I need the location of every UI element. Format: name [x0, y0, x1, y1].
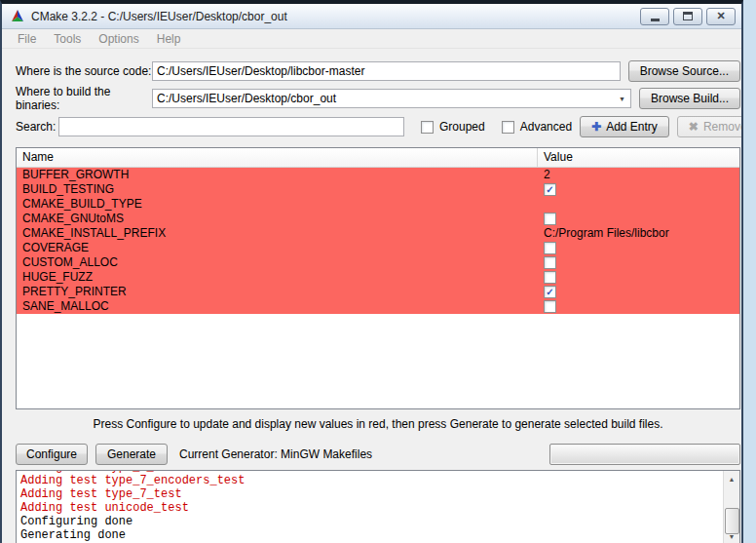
- table-header: Name Value: [17, 148, 739, 168]
- table-row[interactable]: BUILD_TESTING✓: [17, 182, 739, 197]
- cmake-logo-icon: [10, 9, 25, 24]
- source-row: Where is the source code: Browse Source.…: [16, 60, 740, 82]
- table-row[interactable]: PRETTY_PRINTER✓: [17, 285, 739, 299]
- table-row[interactable]: BUFFER_GROWTH2: [17, 168, 739, 182]
- build-path-combobox[interactable]: ▼: [152, 89, 631, 108]
- maximize-button[interactable]: [673, 8, 702, 25]
- column-header-name[interactable]: Name: [17, 148, 538, 167]
- advanced-label: Advanced: [520, 120, 572, 134]
- table-row[interactable]: SANE_MALLOC: [17, 299, 739, 314]
- cache-entry-name: CMAKE_GNUtoMS: [17, 212, 538, 226]
- log-line: Adding test type_7_encoders_test: [20, 474, 739, 487]
- unchecked-checkbox[interactable]: [544, 242, 556, 254]
- log-line: Generating done: [20, 528, 739, 542]
- cache-entry-name: BUFFER_GROWTH: [17, 168, 538, 182]
- browse-source-button[interactable]: Browse Source...: [628, 60, 740, 82]
- search-row: Search: Grouped Advanced ✚ Add Entry ✖ R…: [16, 116, 740, 137]
- cmake-window: CMake 3.2.2 - C:/Users/IEUser/Desktop/cb…: [0, 0, 743, 543]
- plus-icon: ✚: [591, 121, 601, 133]
- checked-checkbox[interactable]: ✓: [544, 286, 556, 298]
- close-icon: ✕: [716, 11, 725, 21]
- scrollbar-thumb[interactable]: [725, 508, 739, 534]
- checked-checkbox[interactable]: ✓: [544, 183, 556, 196]
- cache-entry-name: CMAKE_BUILD_TYPE: [17, 197, 538, 212]
- grouped-label: Grouped: [439, 120, 485, 134]
- search-label: Search:: [16, 120, 57, 134]
- close-button[interactable]: ✕: [706, 8, 736, 25]
- build-row: Where to build the binaries: ▼ Browse Bu…: [16, 88, 740, 109]
- x-icon: ✖: [689, 121, 699, 133]
- source-label: Where is the source code:: [16, 64, 152, 78]
- minimize-button[interactable]: [640, 8, 669, 25]
- log-line: Configuring done: [20, 515, 739, 528]
- cache-entry-value[interactable]: [538, 255, 739, 270]
- unchecked-checkbox[interactable]: [544, 256, 556, 269]
- table-row[interactable]: CMAKE_INSTALL_PREFIXC:/Program Files/lib…: [17, 226, 739, 241]
- search-input[interactable]: [58, 117, 404, 136]
- log-line: Adding test unicode_test: [20, 501, 739, 515]
- cache-entry-value[interactable]: C:/Program Files/libcbor: [538, 226, 739, 241]
- build-path-input[interactable]: [152, 89, 631, 108]
- main-content: Where is the source code: Browse Source.…: [2, 49, 741, 543]
- browse-build-button[interactable]: Browse Build...: [639, 88, 740, 109]
- grouped-checkbox-group[interactable]: Grouped: [421, 120, 485, 134]
- output-log: Adding test type_6_testAdding test type_…: [16, 470, 740, 543]
- cache-entry-name: CMAKE_INSTALL_PREFIX: [17, 226, 538, 241]
- generate-button[interactable]: Generate: [95, 444, 168, 465]
- table-row[interactable]: CMAKE_GNUtoMS: [17, 212, 739, 226]
- cache-entry-name: BUILD_TESTING: [17, 182, 538, 197]
- cache-entry-value[interactable]: 2: [538, 168, 739, 182]
- cache-entry-value[interactable]: ✓: [538, 182, 739, 197]
- scroll-up-icon[interactable]: ▲: [724, 471, 740, 487]
- title-bar[interactable]: CMake 3.2.2 - C:/Users/IEUser/Desktop/cb…: [2, 4, 741, 29]
- log-line: Adding test type_7_test: [20, 487, 739, 501]
- column-header-value[interactable]: Value: [538, 148, 579, 167]
- cache-entry-name: HUGE_FUZZ: [17, 270, 538, 285]
- cache-entry-name: CUSTOM_ALLOC: [17, 255, 538, 270]
- unchecked-checkbox[interactable]: [544, 300, 556, 313]
- window-title: CMake 3.2.2 - C:/Users/IEUser/Desktop/cb…: [31, 10, 640, 23]
- log-scrollbar[interactable]: ▲ ▼: [723, 471, 739, 543]
- menu-options[interactable]: Options: [90, 30, 147, 48]
- cache-entry-value[interactable]: [538, 212, 739, 226]
- table-body: BUFFER_GROWTH2BUILD_TESTING✓CMAKE_BUILD_…: [17, 168, 739, 314]
- configure-button[interactable]: Configure: [16, 444, 88, 465]
- menu-tools[interactable]: Tools: [45, 30, 90, 48]
- remove-entry-button[interactable]: ✖ Remove Entry: [677, 116, 743, 137]
- configure-hint-text: Press Configure to update and display ne…: [16, 417, 740, 433]
- current-generator-text: Current Generator: MinGW Makefiles: [179, 447, 372, 461]
- cache-variables-table: Name Value BUFFER_GROWTH2BUILD_TESTING✓C…: [16, 147, 740, 409]
- cache-entry-name: COVERAGE: [17, 241, 538, 255]
- cache-entry-name: PRETTY_PRINTER: [17, 285, 538, 299]
- advanced-checkbox-group[interactable]: Advanced: [502, 120, 572, 134]
- minimize-icon: [651, 19, 660, 21]
- cache-entry-value[interactable]: [538, 197, 739, 212]
- table-row[interactable]: COVERAGE: [17, 241, 739, 255]
- progress-bar: [549, 444, 740, 465]
- menu-help[interactable]: Help: [148, 30, 190, 48]
- build-label: Where to build the binaries:: [16, 85, 152, 112]
- cache-entry-value[interactable]: [538, 270, 739, 285]
- cache-entry-value[interactable]: [538, 299, 739, 314]
- table-row[interactable]: CMAKE_BUILD_TYPE: [17, 197, 739, 212]
- menu-bar: File Tools Options Help: [2, 29, 741, 49]
- action-row: Configure Generate Current Generator: Mi…: [16, 443, 740, 465]
- advanced-checkbox[interactable]: [502, 121, 514, 134]
- desktop: { "window": { "title": "CMake 3.2.2 - C:…: [0, 0, 756, 543]
- log-text: Adding test type_6_testAdding test type_…: [17, 470, 739, 542]
- menu-file[interactable]: File: [9, 30, 45, 48]
- add-entry-button[interactable]: ✚ Add Entry: [580, 116, 669, 137]
- source-path-input[interactable]: [152, 61, 621, 81]
- chevron-down-icon[interactable]: ▼: [615, 91, 629, 106]
- grouped-checkbox[interactable]: [421, 121, 434, 134]
- unchecked-checkbox[interactable]: [544, 271, 556, 284]
- table-row[interactable]: CUSTOM_ALLOC: [17, 255, 739, 270]
- cache-entry-value[interactable]: ✓: [538, 285, 739, 299]
- table-row[interactable]: HUGE_FUZZ: [17, 270, 739, 285]
- cache-entry-name: SANE_MALLOC: [17, 299, 538, 314]
- cache-entry-value[interactable]: [538, 241, 739, 255]
- maximize-icon: [683, 12, 693, 20]
- unchecked-checkbox[interactable]: [544, 213, 556, 225]
